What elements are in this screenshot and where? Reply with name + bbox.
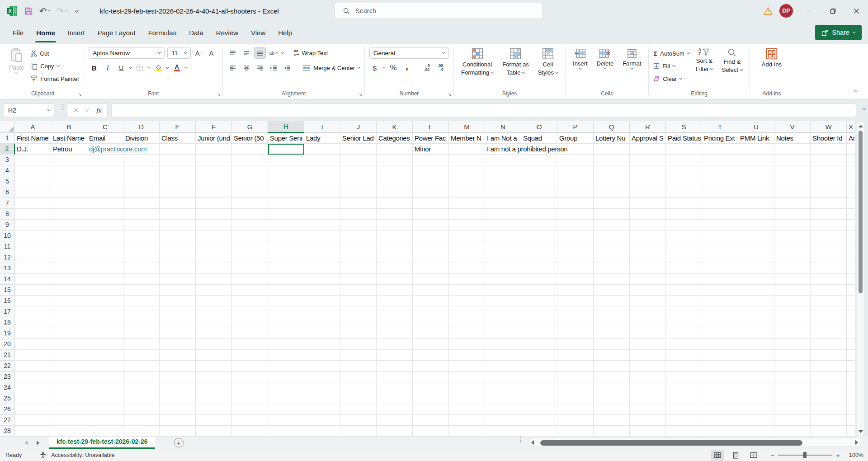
cell-T26[interactable] (702, 404, 738, 415)
cell-R3[interactable] (630, 155, 666, 165)
cell-D8[interactable] (123, 209, 160, 220)
cell-G23[interactable] (232, 372, 268, 382)
cell-K26[interactable] (377, 404, 413, 415)
cell-O1[interactable]: Squad (521, 133, 557, 144)
cell-T4[interactable] (702, 165, 738, 176)
cell-W8[interactable] (811, 209, 847, 220)
cell-T23[interactable] (702, 372, 738, 382)
cell-D27[interactable] (123, 415, 160, 426)
cell-V23[interactable] (774, 372, 811, 382)
cell-F2[interactable] (196, 144, 232, 155)
cell-W1[interactable]: Shooter Id (811, 133, 847, 144)
cell-E5[interactable] (160, 176, 196, 187)
cell-B5[interactable] (51, 176, 87, 187)
cell-R23[interactable] (630, 372, 666, 382)
cell-C10[interactable] (87, 230, 123, 241)
cell-S17[interactable] (666, 306, 702, 317)
cell-D9[interactable] (123, 220, 160, 230)
cell-L25[interactable] (413, 393, 449, 404)
cell-P4[interactable] (557, 165, 594, 176)
cell-X15[interactable] (847, 285, 855, 296)
cell-Q27[interactable] (594, 415, 630, 426)
cell-C17[interactable] (87, 306, 123, 317)
search-box[interactable]: Search (335, 3, 542, 19)
cell-J17[interactable] (340, 306, 377, 317)
cell-X3[interactable] (847, 155, 855, 165)
cell-R26[interactable] (630, 404, 666, 415)
cell-L15[interactable] (413, 285, 449, 296)
cell-D21[interactable] (123, 350, 160, 361)
cell-L27[interactable] (413, 415, 449, 426)
cell-H2[interactable] (268, 144, 304, 155)
cell-C16[interactable] (87, 296, 123, 306)
cell-K14[interactable] (377, 274, 413, 285)
addins-button[interactable]: Add-ins (759, 47, 784, 69)
cell-O17[interactable] (521, 306, 557, 317)
tab-help[interactable]: Help (272, 22, 298, 44)
cell-I8[interactable] (304, 209, 340, 220)
cell-P12[interactable] (557, 252, 594, 263)
cell-P6[interactable] (557, 187, 594, 198)
cell-L18[interactable] (413, 317, 449, 328)
cell-O3[interactable] (521, 155, 557, 165)
cell-R24[interactable] (630, 382, 666, 393)
cell-J2[interactable] (340, 144, 377, 155)
cell-T3[interactable] (702, 155, 738, 165)
save-icon[interactable] (24, 7, 33, 15)
normal-view-button[interactable] (711, 450, 724, 461)
cell-H7[interactable] (268, 198, 304, 209)
cell-X10[interactable] (847, 230, 855, 241)
cell-L11[interactable] (413, 241, 449, 252)
cell-I14[interactable] (304, 274, 340, 285)
cell-V26[interactable] (774, 404, 811, 415)
cell-B18[interactable] (51, 317, 87, 328)
cell-H13[interactable] (268, 263, 304, 274)
cell-G3[interactable] (232, 155, 268, 165)
cell-H27[interactable] (268, 415, 304, 426)
cell-X4[interactable] (847, 165, 855, 176)
cell-G20[interactable] (232, 339, 268, 350)
cell-S9[interactable] (666, 220, 702, 230)
cell-U19[interactable] (738, 328, 774, 339)
cut-button[interactable]: Cut (30, 48, 79, 59)
cell-A12[interactable] (15, 252, 51, 263)
cell-E6[interactable] (160, 187, 196, 198)
cell-O18[interactable] (521, 317, 557, 328)
decrease-decimal-button[interactable]: .00→0 (435, 62, 446, 73)
cell-C18[interactable] (87, 317, 123, 328)
cell-V27[interactable] (774, 415, 811, 426)
cell-I7[interactable] (304, 198, 340, 209)
cell-E18[interactable] (160, 317, 196, 328)
cell-D10[interactable] (123, 230, 160, 241)
cell-X11[interactable] (847, 241, 855, 252)
cell-R11[interactable] (630, 241, 666, 252)
cell-B23[interactable] (51, 372, 87, 382)
column-header-S[interactable]: S (666, 121, 702, 133)
tab-insert[interactable]: Insert (61, 22, 91, 44)
cell-F6[interactable] (196, 187, 232, 198)
cell-J25[interactable] (340, 393, 377, 404)
font-color-dropdown[interactable] (184, 66, 188, 69)
cell-Q2[interactable] (594, 144, 630, 155)
font-dialog-launcher[interactable]: ↘ (217, 92, 221, 97)
cell-I23[interactable] (304, 372, 340, 382)
format-painter-button[interactable]: Format Painter (30, 73, 79, 84)
cell-P11[interactable] (557, 241, 594, 252)
cell-G15[interactable] (232, 285, 268, 296)
cell-P20[interactable] (557, 339, 594, 350)
column-header-W[interactable]: W (811, 121, 847, 133)
cell-A18[interactable] (15, 317, 51, 328)
cell-J10[interactable] (340, 230, 377, 241)
cell-I6[interactable] (304, 187, 340, 198)
cell-W22[interactable] (811, 361, 847, 372)
row-header-5[interactable]: 5 (0, 176, 15, 187)
cell-R15[interactable] (630, 285, 666, 296)
cell-O19[interactable] (521, 328, 557, 339)
decrease-font-size-button[interactable]: Aˇ (207, 47, 218, 58)
warning-icon[interactable] (763, 7, 773, 15)
cell-K2[interactable] (377, 144, 413, 155)
cell-V18[interactable] (774, 317, 811, 328)
cell-K3[interactable] (377, 155, 413, 165)
cell-W18[interactable] (811, 317, 847, 328)
cell-A25[interactable] (15, 393, 51, 404)
